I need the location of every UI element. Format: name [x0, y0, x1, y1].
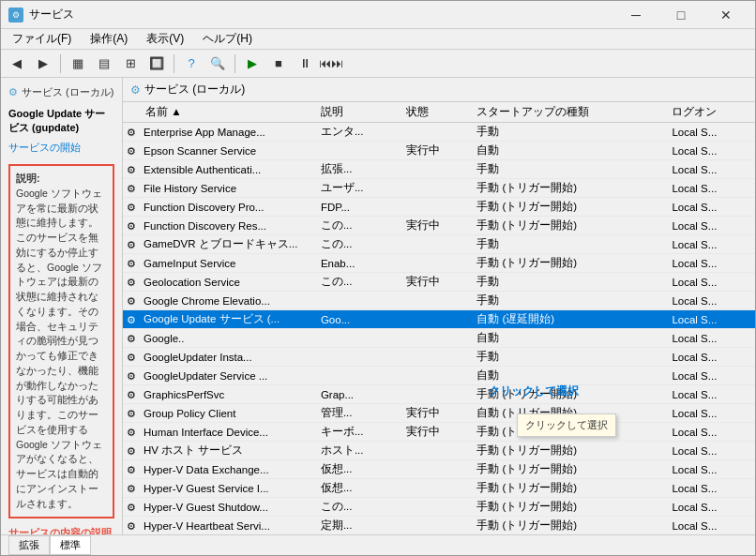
cell-status	[401, 517, 472, 535]
menu-help[interactable]: ヘルプ(H)	[195, 29, 260, 49]
table-row[interactable]: ⚙Google Chrome Elevatio...手動Local S...	[123, 292, 755, 310]
tb-play[interactable]: ▶	[240, 53, 265, 75]
cell-logon: Local S...	[666, 235, 755, 254]
description-box: 説明: Google ソフトウェアを常に最新の状態に維持します。このサービスを無…	[8, 164, 114, 518]
cell-logon: Local S...	[666, 254, 755, 273]
menu-action[interactable]: 操作(A)	[83, 29, 135, 49]
cell-logon: Local S...	[666, 273, 755, 292]
cell-name: ⚙HV ホスト サービス	[123, 442, 315, 460]
table-row[interactable]: ⚙GameInput ServiceEnab...手動 (トリガー開始)Loca…	[123, 254, 755, 273]
cell-name: ⚙Enterprise App Manage...	[123, 123, 315, 142]
row-service-icon: ⚙	[127, 182, 136, 194]
table-row[interactable]: ⚙Google..自動Local S...	[123, 329, 755, 348]
tb-view[interactable]: ▤	[92, 53, 116, 75]
cell-desc: Goo...	[315, 310, 401, 329]
cell-logon: Local S...	[666, 517, 755, 535]
service-start-link[interactable]: サービスの開始	[8, 141, 114, 155]
tb-show-action-pane[interactable]: ▦	[66, 53, 90, 75]
table-row[interactable]: ⚙Google Update サービス (...Goo...自動 (遅延開始)L…	[123, 310, 755, 329]
table-row[interactable]: ⚙Epson Scanner Service実行中自動Local S...	[123, 142, 755, 160]
cell-startup: 自動	[471, 142, 666, 160]
cell-startup: 手動 (トリガー開始)	[471, 423, 666, 442]
cell-startup: 手動	[471, 160, 666, 179]
window-title: サービス	[29, 7, 74, 23]
close-button[interactable]: ✕	[704, 1, 748, 29]
cell-logon: Local S...	[666, 423, 755, 442]
title-bar: ⚙ サービス ─ □ ✕	[1, 1, 755, 29]
tb-restart[interactable]: ⏮⏭	[319, 53, 343, 75]
service-table[interactable]: 名前 ▲ 説明 状態 スタートアップの種類 ログオン ⚙Enterprise A…	[123, 102, 755, 534]
table-row[interactable]: ⚙HV ホスト サービスホスト...手動 (トリガー開始)Local S...	[123, 442, 755, 460]
cell-status	[401, 198, 472, 217]
col-logon[interactable]: ログオン	[666, 102, 755, 123]
minimize-button[interactable]: ─	[614, 1, 658, 29]
cell-status	[401, 348, 472, 367]
cell-desc: この...	[315, 217, 401, 235]
cell-desc: エンタ...	[315, 123, 401, 142]
table-row[interactable]: ⚙Hyper-V Data Exchange...仮想...手動 (トリガー開始…	[123, 460, 755, 479]
table-row[interactable]: ⚙Group Policy Client管理...実行中自動 (トリガー開始)L…	[123, 404, 755, 423]
cell-desc	[315, 142, 401, 160]
cell-desc	[315, 367, 401, 385]
table-row[interactable]: ⚙GameDVR とブロードキャス...この...手動Local S...	[123, 235, 755, 254]
cell-name: ⚙GraphicsPerfSvc	[123, 385, 315, 404]
cell-status	[401, 292, 472, 310]
tb-pause[interactable]: ⏸	[293, 53, 317, 75]
cell-status: 実行中	[401, 217, 472, 235]
cell-name: ⚙Hyper-V Guest Service I...	[123, 479, 315, 498]
cell-startup: 手動 (トリガー開始)	[471, 198, 666, 217]
cell-logon: Local S...	[666, 385, 755, 404]
cell-name: ⚙Google Chrome Elevatio...	[123, 292, 315, 310]
tab-standard[interactable]: 標準	[50, 535, 91, 555]
tb-search[interactable]: 🔍	[205, 53, 230, 75]
col-startup[interactable]: スタートアップの種類	[471, 102, 666, 123]
cell-logon: Local S...	[666, 479, 755, 498]
menu-file[interactable]: ファイル(F)	[5, 29, 79, 49]
row-service-icon: ⚙	[127, 407, 136, 419]
cell-desc: キーボ...	[315, 423, 401, 442]
cell-status: 実行中	[401, 273, 472, 292]
cell-desc: ホスト...	[315, 442, 401, 460]
maximize-button[interactable]: □	[659, 1, 703, 29]
cell-logon: Local S...	[666, 310, 755, 329]
right-header-title: サービス (ローカル)	[144, 82, 245, 98]
col-name[interactable]: 名前 ▲	[123, 102, 315, 123]
row-service-icon: ⚙	[127, 482, 136, 494]
main-window: ⚙ サービス ─ □ ✕ ファイル(F) 操作(A) 表示(V) ヘルプ(H) …	[0, 0, 756, 556]
table-row[interactable]: ⚙GraphicsPerfSvcGrap...手動 (トリガー開始)Local …	[123, 385, 755, 404]
description-text: Google ソフトウェアを常に最新の状態に維持します。このサービスを無効にする…	[16, 188, 102, 509]
cell-desc	[315, 348, 401, 367]
table-row[interactable]: ⚙Human Interface Device...キーボ...実行中手動 (ト…	[123, 423, 755, 442]
table-row[interactable]: ⚙Function Discovery Res...この...実行中手動 (トリ…	[123, 217, 755, 235]
row-service-icon: ⚙	[127, 257, 136, 269]
left-panel-header: ⚙ サービス (ローカル)	[8, 85, 114, 99]
table-row[interactable]: ⚙Extensible Authenticati...拡張...手動Local …	[123, 160, 755, 179]
table-row[interactable]: ⚙Hyper-V Guest Service I...仮想...手動 (トリガー…	[123, 479, 755, 498]
menu-view[interactable]: 表示(V)	[139, 29, 191, 49]
cell-name: ⚙Epson Scanner Service	[123, 142, 315, 160]
table-row[interactable]: ⚙Hyper-V Guest Shutdow...この...手動 (トリガー開始…	[123, 498, 755, 517]
row-service-icon: ⚙	[127, 388, 136, 400]
tb-new[interactable]: ⊞	[118, 53, 143, 75]
table-row[interactable]: ⚙Geolocation Serviceこの...実行中手動Local S...	[123, 273, 755, 292]
cell-status	[401, 123, 472, 142]
table-row[interactable]: ⚙Hyper-V Heartbeat Servi...定期...手動 (トリガー…	[123, 517, 755, 535]
cell-startup: 手動 (トリガー開始)	[471, 479, 666, 498]
col-desc[interactable]: 説明	[315, 102, 401, 123]
tb-forward[interactable]: ▶	[31, 53, 55, 75]
tb-back[interactable]: ◀	[5, 53, 29, 75]
table-row[interactable]: ⚙GoogleUpdater Insta...手動Local S...	[123, 348, 755, 367]
cell-startup: 手動 (トリガー開始)	[471, 385, 666, 404]
col-status[interactable]: 状態	[401, 102, 472, 123]
tb-help[interactable]: ?	[179, 53, 204, 75]
cell-logon: Local S...	[666, 160, 755, 179]
table-row[interactable]: ⚙File History Serviceユーザ...手動 (トリガー開始)Lo…	[123, 179, 755, 198]
tb-stop[interactable]: ■	[266, 53, 291, 75]
tb-properties[interactable]: 🔲	[144, 53, 169, 75]
table-row[interactable]: ⚙GoogleUpdater Service ...自動Local S...	[123, 367, 755, 385]
cell-name: ⚙GameDVR とブロードキャス...	[123, 235, 315, 254]
tab-extended[interactable]: 拡張	[8, 535, 50, 555]
gear-icon: ⚙	[8, 86, 18, 98]
table-row[interactable]: ⚙Enterprise App Manage...エンタ...手動Local S…	[123, 123, 755, 142]
table-row[interactable]: ⚙Function Discovery Pro...FDP...手動 (トリガー…	[123, 198, 755, 217]
